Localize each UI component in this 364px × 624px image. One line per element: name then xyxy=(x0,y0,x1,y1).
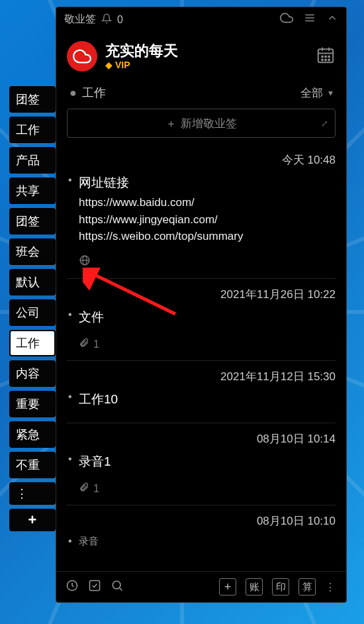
note-item[interactable]: 工作10 xyxy=(67,388,336,420)
bottom-sq-button[interactable]: 账 xyxy=(246,578,263,596)
note-meta[interactable]: 1 xyxy=(67,482,336,502)
category-name[interactable]: 工作 xyxy=(82,85,106,101)
add-note-button[interactable]: ＋ 新增敬业签 ⤢ xyxy=(67,109,336,138)
clock-icon[interactable] xyxy=(66,579,79,596)
bullet-icon: ● xyxy=(69,86,77,100)
note-title: 文件 xyxy=(79,309,336,326)
note-line: https://s.weibo.com/top/summary xyxy=(79,228,336,245)
note-meta[interactable] xyxy=(67,254,336,276)
collapse-icon[interactable] xyxy=(326,12,338,27)
bottom-sq-button[interactable]: 印 xyxy=(272,578,289,596)
category-row: ● 工作 全部 ▾ xyxy=(56,76,346,106)
cloud-sync-icon[interactable] xyxy=(280,11,293,28)
plus-icon: ＋ xyxy=(165,116,177,131)
sidebar-tab[interactable]: 重要 xyxy=(9,391,56,417)
vip-label: VIP xyxy=(115,60,130,70)
header: 充实的每天 ◆ VIP xyxy=(56,32,346,76)
timestamp: 今天 10:48 xyxy=(67,147,336,172)
attachment-count: 1 xyxy=(93,483,99,495)
notification-count: 0 xyxy=(117,14,123,26)
sidebar-tab[interactable]: 内容 xyxy=(9,360,56,387)
bottom-bar: + 账 印 算 ⋮ xyxy=(56,571,346,602)
svg-rect-16 xyxy=(90,580,100,590)
note-item[interactable]: 文件 xyxy=(67,306,336,338)
sidebar-more-button[interactable]: ⋮ xyxy=(9,482,56,505)
note-title: 录音1 xyxy=(79,453,336,470)
sidebar-tab[interactable]: 共享 xyxy=(9,178,56,204)
svg-point-17 xyxy=(113,581,120,589)
notes-list: 今天 10:48 网址链接 https://www.baidu.com/ htt… xyxy=(56,147,346,571)
sidebar-tab[interactable]: 默认 xyxy=(9,269,56,295)
add-note-label: 新增敬业签 xyxy=(181,116,237,131)
sidebar-tab[interactable]: 不重 xyxy=(9,452,56,478)
chevron-down-icon[interactable]: ▾ xyxy=(328,87,333,98)
filter-all[interactable]: 全部 xyxy=(300,85,323,101)
calendar-icon[interactable] xyxy=(316,45,336,68)
sidebar-tab[interactable]: 班会 xyxy=(9,238,56,265)
brand-label: 敬业签 xyxy=(64,13,96,26)
diamond-icon: ◆ xyxy=(105,60,113,70)
sidebar-tab-active[interactable]: 工作 xyxy=(9,330,56,356)
sidebar-tabs: 团签 工作 产品 共享 团签 班会 默认 公司 工作 内容 重要 紧急 不重 ⋮… xyxy=(9,86,56,535)
note-item[interactable]: 录音 xyxy=(67,533,336,548)
note-item[interactable]: 录音1 xyxy=(67,450,336,482)
timestamp: 08月10日 10:14 xyxy=(67,426,336,450)
sidebar-tab[interactable]: 公司 xyxy=(9,299,56,326)
app-panel: 敬业签 0 充实的每天 ◆ VIP ● xyxy=(56,7,347,603)
title-bar: 敬业签 0 xyxy=(56,7,346,32)
sidebar-tab[interactable]: 紧急 xyxy=(9,421,56,448)
search-icon[interactable] xyxy=(111,579,124,596)
svg-point-10 xyxy=(322,60,323,61)
bottom-add-button[interactable]: + xyxy=(219,578,236,596)
browser-icon xyxy=(79,254,91,269)
bell-icon[interactable] xyxy=(101,13,112,26)
note-line: https://www.baidu.com/ xyxy=(79,194,336,211)
note-line: https://www.jingyeqian.com/ xyxy=(79,211,336,229)
timestamp: 2021年11月12日 15:30 xyxy=(67,364,336,388)
note-item[interactable]: 网址链接 https://www.baidu.com/ https://www.… xyxy=(67,172,336,254)
checkbox-icon[interactable] xyxy=(88,579,101,596)
attachment-icon xyxy=(79,338,89,351)
sidebar-tab[interactable]: 产品 xyxy=(9,147,56,174)
vip-badge: ◆ VIP xyxy=(105,60,178,70)
svg-point-12 xyxy=(328,60,330,61)
svg-point-9 xyxy=(328,56,330,58)
timestamp: 08月10日 10:10 xyxy=(67,508,336,533)
bottom-sq-button[interactable]: 算 xyxy=(298,578,316,596)
attachment-icon xyxy=(79,482,89,495)
svg-point-8 xyxy=(325,56,326,58)
svg-point-11 xyxy=(325,60,326,61)
svg-point-7 xyxy=(322,56,323,58)
sidebar-tab[interactable]: 工作 xyxy=(9,117,56,143)
avatar[interactable] xyxy=(67,41,97,72)
note-meta[interactable]: 1 xyxy=(67,338,336,358)
note-title: 工作10 xyxy=(79,391,336,408)
bottom-more-icon[interactable]: ⋮ xyxy=(325,581,337,594)
sidebar-add-button[interactable]: + xyxy=(9,509,56,531)
attachment-count: 1 xyxy=(93,338,99,350)
menu-icon[interactable] xyxy=(304,12,316,27)
sidebar-tab[interactable]: 团签 xyxy=(9,208,56,234)
note-title: 网址链接 xyxy=(79,174,336,191)
account-title: 充实的每天 xyxy=(105,42,178,60)
note-title: 录音 xyxy=(79,535,336,548)
timestamp: 2021年11月26日 10:22 xyxy=(67,282,336,306)
sidebar-tab[interactable]: 团签 xyxy=(9,86,56,113)
svg-line-18 xyxy=(119,588,122,590)
expand-icon[interactable]: ⤢ xyxy=(321,119,328,129)
